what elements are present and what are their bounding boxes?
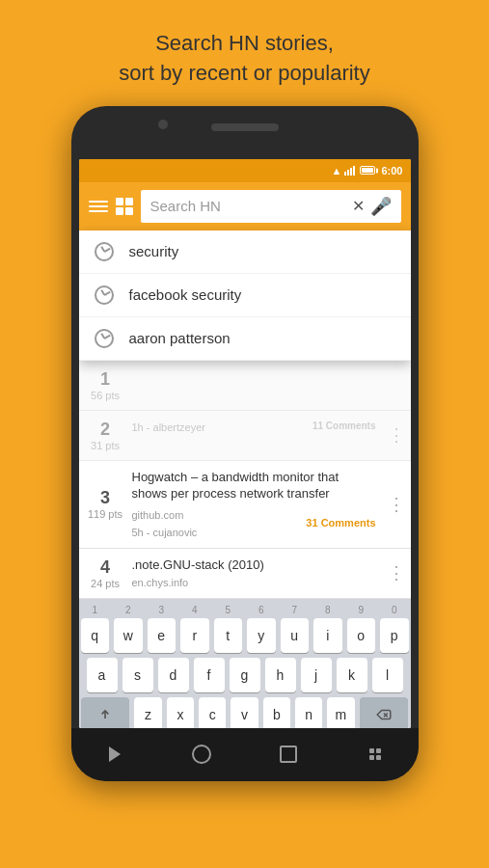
key-b[interactable]: b xyxy=(263,697,290,727)
rank-number-1: 1 xyxy=(100,369,110,390)
key-h[interactable]: h xyxy=(265,658,296,692)
rank-pts-1: 56 pts xyxy=(91,390,120,401)
story-more-2[interactable]: ⋮ xyxy=(382,411,411,460)
tagline: Search HN stories, sort by recent or pop… xyxy=(80,29,408,89)
status-bar: ▲ 6:00 xyxy=(79,159,411,182)
key-u[interactable]: u xyxy=(281,618,310,653)
menu-line-2 xyxy=(89,205,108,207)
hint-0: 0 xyxy=(380,603,409,616)
rank-pts-4: 24 pts xyxy=(91,578,120,589)
signal-bar-2 xyxy=(347,170,349,176)
story-more-3[interactable]: ⋮ xyxy=(382,461,411,548)
clock-icon-2 xyxy=(95,285,114,305)
clear-search-button[interactable]: ✕ xyxy=(352,197,365,215)
key-g[interactable]: g xyxy=(230,658,260,692)
nav-back-button[interactable] xyxy=(101,741,128,768)
story-item-4[interactable]: 4 24 pts .note.GNU-stack (2010) en.chys.… xyxy=(79,549,411,600)
story-content-3: Hogwatch – a bandwidth monitor that show… xyxy=(132,461,382,548)
story-title-4: .note.GNU-stack (2010) xyxy=(132,556,376,574)
status-time: 6:00 xyxy=(381,165,402,176)
key-c[interactable]: c xyxy=(199,697,226,727)
story-content-2: 1h - albertzeyer 11 Comments xyxy=(132,411,382,460)
nav-keyboard-button[interactable] xyxy=(362,741,389,768)
key-f[interactable]: f xyxy=(194,658,225,692)
shift-key[interactable] xyxy=(81,697,130,727)
story-meta-2: 1h - albertzeyer xyxy=(132,421,205,433)
phone-nav-bar xyxy=(71,728,419,781)
story-more-4[interactable]: ⋮ xyxy=(382,549,411,599)
keyboard-number-hints: 1 2 3 4 5 6 7 8 9 0 xyxy=(81,603,409,616)
hamburger-menu-icon[interactable] xyxy=(89,201,108,212)
key-y[interactable]: y xyxy=(247,618,276,653)
key-k[interactable]: k xyxy=(337,658,367,692)
key-v[interactable]: v xyxy=(231,697,258,727)
autocomplete-item-1[interactable]: security xyxy=(79,231,411,274)
key-r[interactable]: r xyxy=(180,618,209,653)
key-n[interactable]: n xyxy=(295,697,322,727)
key-q[interactable]: q xyxy=(81,618,110,653)
speaker xyxy=(211,123,279,131)
hint-6: 6 xyxy=(247,603,276,616)
signal-bar-4 xyxy=(353,166,355,176)
key-l[interactable]: l xyxy=(372,658,403,692)
key-p[interactable]: p xyxy=(380,618,409,653)
story-meta-3: 5h - cujanovic xyxy=(132,527,198,538)
story-content-1 xyxy=(132,361,411,410)
key-t[interactable]: t xyxy=(214,618,243,653)
key-a[interactable]: a xyxy=(87,658,118,692)
hint-8: 8 xyxy=(313,603,342,616)
phone-device: ▲ 6:00 xyxy=(71,106,419,781)
key-e[interactable]: e xyxy=(148,618,177,653)
autocomplete-dropdown: security facebook security aaron patters… xyxy=(79,231,411,361)
clock-icon-3 xyxy=(95,329,114,348)
menu-line-3 xyxy=(89,210,108,212)
key-j[interactable]: j xyxy=(301,658,332,692)
mic-icon[interactable]: 🎤 xyxy=(370,196,392,217)
hint-9: 9 xyxy=(347,603,376,616)
keyboard: 1 2 3 4 5 6 7 8 9 0 q w e r t xyxy=(79,599,411,727)
keyboard-row-2: a s d f g h j k l xyxy=(81,658,409,692)
story-title-3: Hogwatch – a bandwidth monitor that show… xyxy=(132,469,376,502)
phone-screen: ▲ 6:00 xyxy=(79,159,411,728)
signal-bar-3 xyxy=(350,168,352,176)
key-x[interactable]: x xyxy=(167,697,194,727)
autocomplete-item-2[interactable]: facebook security xyxy=(79,274,411,317)
squares-icon[interactable] xyxy=(116,198,133,215)
key-m[interactable]: m xyxy=(327,697,354,727)
story-rank-4: 4 24 pts xyxy=(79,549,132,599)
story-rank-3: 3 119 pts xyxy=(79,461,132,548)
signal-bar-1 xyxy=(344,172,346,176)
key-i[interactable]: i xyxy=(313,618,342,653)
story-item-2[interactable]: 2 31 pts 1h - albertzeyer 11 Comments ⋮ xyxy=(79,411,411,461)
story-item-3[interactable]: 3 119 pts Hogwatch – a bandwidth monitor… xyxy=(79,461,411,549)
hint-7: 7 xyxy=(281,603,310,616)
autocomplete-label-2: facebook security xyxy=(129,286,242,303)
autocomplete-item-3[interactable]: aaron patterson xyxy=(79,317,411,361)
key-d[interactable]: d xyxy=(158,658,189,692)
story-list: 1 56 pts 2 31 pts 1h - albertzeyer xyxy=(79,361,411,600)
keyboard-row-1: q w e r t y u i o p xyxy=(81,618,409,653)
hint-5: 5 xyxy=(214,603,243,616)
story-domain-4: en.chys.info xyxy=(132,577,189,588)
status-icons: ▲ 6:00 xyxy=(332,165,403,176)
search-input-text[interactable]: Search HN xyxy=(150,198,346,214)
autocomplete-label-3: aaron patterson xyxy=(129,330,231,346)
story-domain-3: github.com xyxy=(132,509,184,521)
phone-shell: ▲ 6:00 xyxy=(71,106,419,781)
signal-icon xyxy=(344,166,355,176)
app-bar: Search HN ✕ 🎤 xyxy=(79,182,411,231)
battery-fill xyxy=(362,168,372,173)
rank-number-4: 4 xyxy=(100,557,110,578)
key-z[interactable]: z xyxy=(134,697,161,727)
nav-recents-button[interactable] xyxy=(275,741,302,768)
key-o[interactable]: o xyxy=(347,618,376,653)
search-box[interactable]: Search HN ✕ 🎤 xyxy=(141,190,401,223)
story-content-4: .note.GNU-stack (2010) en.chys.info xyxy=(132,549,382,599)
menu-line-1 xyxy=(89,201,108,203)
key-w[interactable]: w xyxy=(114,618,143,653)
rank-number-3: 3 xyxy=(100,488,110,508)
delete-key[interactable] xyxy=(360,697,409,727)
nav-home-button[interactable] xyxy=(188,741,215,768)
story-item-1[interactable]: 1 56 pts xyxy=(79,361,411,411)
key-s[interactable]: s xyxy=(122,658,153,692)
